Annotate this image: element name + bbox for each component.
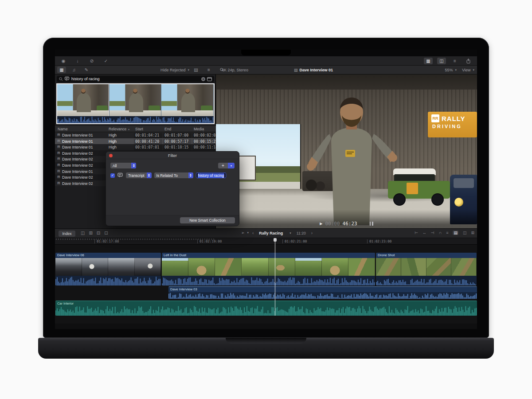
record-voiceover-icon[interactable]: ◉ — [59, 58, 68, 64]
timeline-back-icon[interactable]: ‹ — [252, 231, 254, 235]
table-row[interactable]: ▤Dave Interview 01High00:01:04:2100:01:0… — [55, 132, 216, 138]
rule-value-field[interactable]: history of racing — [196, 172, 227, 178]
timeline-toolbar: Index ◫ ⊞ ⊟ ⊡ ➢ ▾ ‹ Rally Racing ▾ 11:20… — [55, 228, 477, 238]
table-row[interactable]: ▤Dave Interview 01High00:01:07:0100:01:1… — [55, 144, 216, 150]
new-smart-collection-button[interactable]: New Smart Collection — [180, 217, 235, 223]
dialog-titlebar: Filter — [106, 152, 239, 159]
dialog-title: Filter — [168, 153, 177, 158]
projection-screen — [238, 156, 255, 180]
timeline-forward-icon[interactable]: › — [311, 231, 313, 235]
zoom-fit-icon[interactable]: ⊞ — [471, 231, 474, 235]
filmstrip-view-icon[interactable]: ▤ — [192, 66, 200, 73]
clip-appearance-icon[interactable]: ◫ — [463, 231, 467, 235]
timeline-clip-left-in-the-dust[interactable]: Left in the Dust — [162, 253, 376, 286]
add-rule-chevron-icon[interactable]: ▾ — [228, 163, 235, 168]
lid-lift-notch — [226, 338, 306, 344]
viewer-zoom-select[interactable]: 55% ▾ — [445, 66, 457, 74]
filmstrip-frame — [110, 84, 162, 117]
sidebar-media-icon[interactable]: ▦ — [57, 66, 66, 73]
trim-range-icon[interactable]: ↔ — [422, 231, 426, 235]
browser-toggle-icon[interactable]: ▦ — [424, 58, 433, 64]
filter-rule-row: ✓ Transcript Is Related To history of ra… — [110, 172, 226, 178]
rule-condition-dropdown[interactable]: Is Related To — [154, 172, 193, 178]
scope-dropdown[interactable]: All — [110, 163, 136, 168]
timeline-ruler[interactable]: 01:02:17:00 01:02:19:00 01:02:21:00 01:0… — [55, 238, 477, 245]
headlight — [454, 198, 463, 207]
rr-logo: RR — [431, 114, 439, 122]
add-rule-button[interactable]: + — [218, 163, 228, 168]
camera-notch — [241, 50, 291, 55]
selected-clip-filmstrip[interactable] — [56, 83, 215, 124]
transcript-icon — [65, 77, 70, 81]
search-value: history of racing — [71, 77, 200, 81]
share-icon[interactable] — [464, 58, 473, 64]
trim-start-icon[interactable]: ⊢ — [415, 231, 418, 235]
rally-driving-sign: RR RALLY DRIVING — [428, 112, 477, 137]
close-icon[interactable] — [109, 154, 113, 157]
timeline-clip-dave-interview-06[interactable]: Dave Interview 06 — [55, 253, 161, 286]
viewer-clip-icon: ▤ — [294, 68, 298, 72]
search-icon — [59, 77, 63, 81]
table-row[interactable]: ▤Dave Interview 01High00:00:41:2000:00:5… — [55, 138, 216, 145]
timeline-clip-car-interior[interactable]: Car Interior — [55, 301, 477, 316]
viewer-view-select[interactable]: View ▾ — [462, 66, 474, 74]
laptop-base — [38, 338, 494, 359]
dialog-footer: New Smart Collection — [106, 215, 239, 226]
inspector-toggle-icon[interactable]: ≡ — [450, 58, 459, 64]
search-input[interactable]: history of racing × — [57, 76, 214, 82]
insert-clip-icon[interactable]: ⊞ — [89, 231, 92, 235]
filmstrip-frame — [57, 84, 110, 117]
sidebar-titles-icon[interactable]: ✎ — [82, 66, 91, 73]
search-clear-icon[interactable]: × — [201, 77, 205, 81]
timeline-scrollbar-area[interactable] — [55, 324, 477, 329]
index-button[interactable]: Index — [59, 231, 75, 237]
list-view-icon[interactable]: ≡ — [204, 66, 213, 73]
filmstrip-frame — [161, 84, 214, 117]
sidebar-photos-audio-icon[interactable]: ♫ — [70, 66, 78, 73]
transcript-rule-icon — [117, 173, 123, 178]
play-icon[interactable]: ▶ — [320, 222, 322, 226]
solo-icon[interactable]: ≡ — [446, 231, 448, 235]
clip-boundary — [109, 84, 109, 117]
timecode-current: 46:23 — [343, 221, 357, 227]
playhead[interactable] — [275, 238, 275, 316]
rule-type-dropdown[interactable]: Transcript — [126, 172, 152, 178]
rule-checkbox[interactable]: ✓ — [110, 173, 115, 178]
sort-chevron-icon: ▾ — [128, 128, 129, 131]
clip-filter-select[interactable]: Hide Rejected ▾ — [160, 66, 189, 74]
timecode-hours: 00:00 — [325, 221, 340, 227]
trim-end-icon[interactable]: ⊣ — [431, 231, 434, 235]
viewer-title: Dave Interview 01 — [299, 68, 333, 72]
import-media-icon[interactable]: ↓ — [73, 58, 82, 64]
background-tasks-icon[interactable]: ✓ — [102, 58, 110, 64]
connect-clip-icon[interactable]: ◫ — [81, 231, 85, 235]
timeline-index-icon[interactable]: ▤ — [453, 231, 458, 235]
filmstrip-audio-waveform — [57, 116, 214, 123]
overwrite-clip-icon[interactable]: ⊡ — [104, 231, 108, 235]
filter-dialog: Filter All + ▾ ✓ Transcript Is Related T… — [106, 151, 239, 226]
filter-window-icon[interactable] — [207, 77, 212, 81]
audio-skimming-icon[interactable]: ∩ — [439, 231, 442, 235]
timeline-toggle-icon[interactable]: ◫ — [437, 58, 446, 64]
timeline-tracks: Dave Interview 06 Left in the Dust Drone… — [55, 245, 477, 329]
append-clip-icon[interactable]: ⊟ — [97, 231, 100, 235]
viewer-transport: ▶ 00:00 46:23 — [216, 210, 477, 228]
timeline-clip-dave-interview-03[interactable]: Dave Interview 03 — [168, 286, 477, 299]
project-duration: 11:20 — [297, 231, 306, 235]
project-name[interactable]: Rally Racing — [259, 231, 283, 235]
timeline-clip-drone-shot[interactable]: Drone Shot — [376, 253, 477, 286]
speaker-person — [303, 92, 400, 228]
table-header[interactable]: Name Relevance ▾ Start End Media Duratio… — [55, 126, 216, 132]
fcp-titlebar: ◉ ↓ ⊘ ✓ ▦ ◫ ≡ — [55, 56, 477, 66]
macbook-screen: ◉ ↓ ⊘ ✓ ▦ ◫ ≡ ▦ ♫ ✎ Hide Rejected ▾ ▤ ≡ — [55, 50, 477, 329]
viewer-panel: RR RALLY DRIVING — [216, 74, 477, 228]
fcp-toolbar: ▦ ♫ ✎ Hide Rejected ▾ ▤ ≡ 4K 24p, Stereo… — [55, 66, 477, 74]
video-frame: RR RALLY DRIVING — [216, 74, 477, 228]
pause-icon[interactable] — [370, 222, 373, 226]
keying-icon[interactable]: ⊘ — [87, 58, 96, 64]
